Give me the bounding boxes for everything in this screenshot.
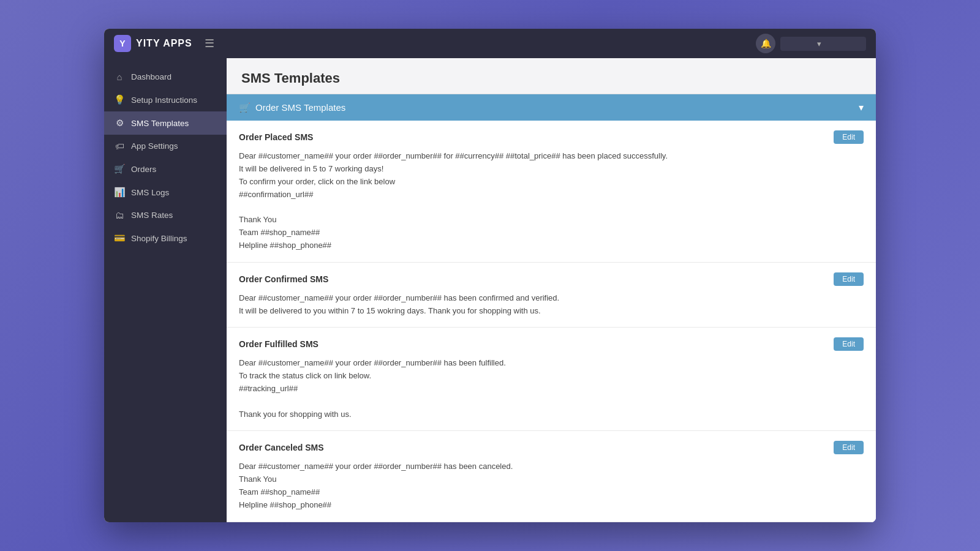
edit-button-order-confirmed[interactable]: Edit [834, 272, 864, 286]
section-header-left: 🛒 Order SMS Templates [239, 102, 345, 113]
template-card-order-placed: Order Placed SMSEditDear ##customer_name… [227, 121, 876, 262]
logo-text: YITY APPS [136, 38, 192, 49]
sidebar-label-orders: Orders [131, 165, 156, 174]
top-nav: Y YITY APPS ☰ 🔔 ▾ [104, 29, 876, 58]
dashboard-icon: ⌂ [114, 72, 125, 82]
logo-area: Y YITY APPS ☰ [114, 35, 214, 52]
sidebar-item-sms-rates[interactable]: 🗂 SMS Rates [104, 204, 227, 227]
sidebar-item-sms-logs[interactable]: 📊 SMS Logs [104, 181, 227, 204]
hamburger-icon[interactable]: ☰ [205, 37, 214, 50]
main-layout: ⌂ Dashboard 💡 Setup Instructions ⚙ SMS T… [104, 58, 876, 522]
sidebar: ⌂ Dashboard 💡 Setup Instructions ⚙ SMS T… [104, 58, 227, 522]
dropdown-chevron-icon: ▾ [817, 39, 821, 48]
template-title-order-fulfilled: Order Fulfilled SMS [239, 339, 318, 349]
sidebar-item-setup-instructions[interactable]: 💡 Setup Instructions [104, 88, 227, 111]
sidebar-label-sms-logs: SMS Logs [131, 188, 169, 197]
section-title: Order SMS Templates [255, 102, 345, 113]
edit-button-order-fulfilled[interactable]: Edit [834, 337, 864, 351]
setup-icon: 💡 [114, 94, 125, 105]
sidebar-item-app-settings[interactable]: 🏷 App Settings [104, 135, 227, 157]
dropdown-text [788, 39, 812, 48]
sidebar-label-app-settings: App Settings [131, 141, 178, 151]
template-card-order-confirmed: Order Confirmed SMSEditDear ##customer_n… [227, 263, 876, 328]
template-title-order-canceled: Order Canceled SMS [239, 443, 324, 452]
section-cart-icon: 🛒 [239, 102, 251, 113]
template-card-header-order-placed: Order Placed SMSEdit [239, 130, 864, 144]
content-header: SMS Templates [227, 58, 876, 94]
sidebar-label-sms-rates: SMS Rates [131, 211, 173, 220]
bell-icon[interactable]: 🔔 [756, 34, 775, 53]
sms-rates-icon: 🗂 [114, 210, 125, 220]
sms-templates-icon: ⚙ [114, 118, 125, 129]
template-body-order-confirmed: Dear ##customer_name## your order ##orde… [239, 292, 864, 318]
template-body-order-canceled: Dear ##customer_name## your order ##orde… [239, 460, 864, 511]
sidebar-label-dashboard: Dashboard [131, 72, 172, 81]
template-card-header-order-fulfilled: Order Fulfilled SMSEdit [239, 337, 864, 351]
template-card-order-fulfilled: Order Fulfilled SMSEditDear ##customer_n… [227, 328, 876, 431]
user-dropdown[interactable]: ▾ [780, 37, 866, 51]
browser-window: Y YITY APPS ☰ 🔔 ▾ ⌂ Dashboard 💡 Setup In… [104, 29, 876, 522]
sidebar-item-orders[interactable]: 🛒 Orders [104, 157, 227, 181]
logo-icon: Y [114, 35, 131, 52]
template-card-header-order-confirmed: Order Confirmed SMSEdit [239, 272, 864, 286]
orders-icon: 🛒 [114, 163, 125, 174]
section-chevron-icon: ▾ [859, 102, 864, 113]
page-title: SMS Templates [241, 70, 861, 86]
sidebar-item-dashboard[interactable]: ⌂ Dashboard [104, 66, 227, 88]
sidebar-label-shopify-billings: Shopify Billings [131, 234, 187, 243]
sidebar-label-sms-templates: SMS Templates [131, 119, 189, 128]
template-title-order-placed: Order Placed SMS [239, 132, 313, 142]
template-body-order-fulfilled: Dear ##customer_name## your order ##orde… [239, 357, 864, 421]
sms-logs-icon: 📊 [114, 187, 125, 198]
edit-button-order-placed[interactable]: Edit [834, 130, 864, 144]
template-body-order-placed: Dear ##customer_name## your order ##orde… [239, 150, 864, 252]
template-title-order-confirmed: Order Confirmed SMS [239, 274, 328, 284]
sidebar-label-setup: Setup Instructions [131, 96, 197, 105]
app-settings-icon: 🏷 [114, 141, 125, 151]
template-card-header-order-canceled: Order Canceled SMSEdit [239, 441, 864, 454]
sidebar-item-sms-templates[interactable]: ⚙ SMS Templates [104, 111, 227, 135]
template-list: Order Placed SMSEditDear ##customer_name… [227, 121, 876, 522]
top-nav-right: 🔔 ▾ [756, 34, 866, 53]
sidebar-item-shopify-billings[interactable]: 💳 Shopify Billings [104, 227, 227, 250]
shopify-billings-icon: 💳 [114, 233, 125, 244]
order-sms-section-header[interactable]: 🛒 Order SMS Templates ▾ [227, 94, 876, 121]
content-area: SMS Templates 🛒 Order SMS Templates ▾ Or… [227, 58, 876, 522]
template-card-order-canceled: Order Canceled SMSEditDear ##customer_na… [227, 431, 876, 522]
edit-button-order-canceled[interactable]: Edit [834, 441, 864, 454]
